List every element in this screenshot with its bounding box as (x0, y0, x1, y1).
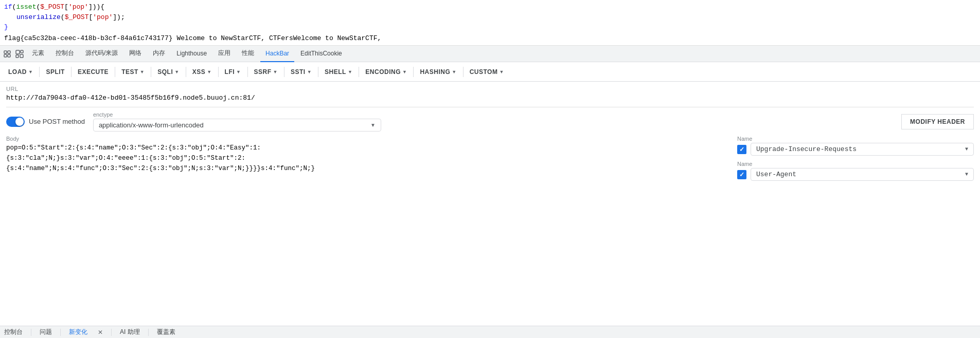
xss-caret: ▼ (207, 69, 211, 74)
split-button[interactable]: SPLIT (42, 66, 69, 78)
toggle-wrapper: Use POST method (6, 117, 85, 127)
divider-1 (6, 107, 974, 107)
shell-button[interactable]: SHELL ▼ (320, 66, 357, 78)
encoding-caret: ▼ (402, 69, 407, 74)
flag-line: flag{ca5c32ba-ceec-418b-b3cf-84a61c74317… (4, 33, 976, 44)
toolbar-sep-2 (71, 67, 72, 77)
toolbar-sep-8 (284, 67, 284, 77)
ssti-caret: ▼ (307, 69, 312, 74)
hackbar-toolbar: LOAD ▼ SPLIT EXECUTE TEST ▼ SQLI ▼ XSS ▼… (0, 62, 980, 82)
header-1-row: Upgrade-Insecure-Requests ▼ (737, 143, 974, 156)
hashing-button[interactable]: HASHING ▼ (416, 66, 460, 78)
body-text[interactable]: pop=O:5:"Start":2:{s:4:"name";O:3:"Sec":… (6, 143, 729, 174)
toolbar-sep-4 (151, 67, 151, 77)
headers-panel: Name Upgrade-Insecure-Requests ▼ Name Us… (737, 136, 974, 186)
header-1-select[interactable]: Upgrade-Insecure-Requests ▼ (751, 143, 974, 156)
post-method-label: Use POST method (29, 118, 85, 125)
toolbar-sep-11 (413, 67, 414, 77)
header-1-checkbox[interactable] (737, 145, 746, 154)
enctype-section: enctype application/x-www-form-urlencode… (93, 111, 381, 132)
toolbar-sep-1 (39, 67, 40, 77)
url-label: URL (6, 86, 974, 92)
body-label: Body (6, 136, 729, 142)
header-2-caret: ▼ (965, 172, 968, 177)
devtools-tab-bar: 元素 控制台 源代码/来源 网络 内存 Lighthouse 应用 性能 Hac… (0, 46, 980, 62)
header-1-caret: ▼ (965, 146, 968, 152)
body-section: Body pop=O:5:"Start":2:{s:4:"name";O:3:"… (6, 136, 974, 186)
cursor-icon[interactable] (2, 49, 12, 59)
custom-button[interactable]: CUSTOM ▼ (466, 66, 508, 78)
enctype-label: enctype (93, 111, 381, 118)
tab-performance[interactable]: 性能 (237, 46, 259, 62)
header-2-label: Name (737, 161, 974, 167)
header-item-1: Name Upgrade-Insecure-Requests ▼ (737, 136, 974, 156)
execute-button[interactable]: EXECUTE (74, 66, 113, 78)
code-line-1: if(isset($_POST['pop'])){ (4, 2, 976, 12)
ssti-button[interactable]: SSTI ▼ (287, 66, 316, 78)
toolbar-sep-12 (463, 67, 464, 77)
header-1-value: Upgrade-Insecure-Requests (756, 145, 857, 153)
header-1-label: Name (737, 136, 974, 142)
sqli-caret: ▼ (174, 69, 179, 74)
lfi-caret: ▼ (236, 69, 241, 74)
test-caret: ▼ (140, 69, 145, 74)
code-line-3: } (4, 22, 976, 32)
tab-memory[interactable]: 内存 (148, 46, 170, 62)
svg-rect-2 (4, 54, 7, 57)
custom-caret: ▼ (499, 69, 504, 74)
encoding-button[interactable]: ENCODING ▼ (361, 66, 411, 78)
post-method-toggle[interactable] (6, 117, 25, 127)
toolbar-sep-9 (318, 67, 318, 77)
svg-rect-7 (20, 54, 23, 58)
svg-rect-4 (16, 50, 20, 54)
svg-rect-6 (16, 55, 19, 58)
svg-rect-5 (21, 50, 23, 53)
load-caret: ▼ (28, 69, 33, 74)
code-line-2: unserialize($_POST['pop']); (16, 12, 976, 23)
shell-caret: ▼ (348, 69, 352, 74)
header-2-checkbox[interactable] (737, 170, 746, 179)
toolbar-sep-10 (359, 67, 359, 77)
url-section: URL http://7da79043-dfa0-412e-bd01-35485… (6, 86, 974, 103)
header-2-row: User-Agent ▼ (737, 168, 974, 181)
tab-sources[interactable]: 源代码/来源 (80, 46, 123, 62)
load-button[interactable]: LOAD ▼ (4, 66, 37, 78)
header-2-value: User-Agent (756, 171, 796, 178)
sqli-button[interactable]: SQLI ▼ (153, 66, 183, 78)
toolbar-sep-3 (115, 67, 115, 77)
toolbar-sep-6 (218, 67, 219, 77)
tab-network[interactable]: 网络 (124, 46, 147, 62)
post-row: Use POST method enctype application/x-ww… (6, 111, 974, 132)
svg-rect-1 (8, 51, 10, 53)
modify-header-button[interactable]: MODIFY HEADER (901, 114, 974, 129)
ssrf-caret: ▼ (273, 69, 278, 74)
tab-hackbar[interactable]: HackBar (260, 46, 294, 62)
hashing-caret: ▼ (452, 69, 456, 74)
ssrf-button[interactable]: SSRF ▼ (250, 66, 282, 78)
inspect-icon[interactable] (14, 49, 25, 59)
header-2-select[interactable]: User-Agent ▼ (751, 168, 974, 181)
enctype-caret: ▼ (370, 122, 376, 128)
main-area: URL http://7da79043-dfa0-412e-bd01-35485… (0, 82, 980, 190)
test-button[interactable]: TEST ▼ (117, 66, 149, 78)
lfi-button[interactable]: LFI ▼ (221, 66, 245, 78)
svg-rect-3 (8, 54, 10, 57)
tab-lighthouse[interactable]: Lighthouse (171, 46, 212, 62)
header-item-2: Name User-Agent ▼ (737, 161, 974, 181)
tab-console[interactable]: 控制台 (50, 46, 79, 62)
toolbar-sep-7 (247, 67, 248, 77)
url-value[interactable]: http://7da79043-dfa0-412e-bd01-35485f5b1… (6, 93, 974, 103)
xss-button[interactable]: XSS ▼ (188, 66, 216, 78)
enctype-select[interactable]: application/x-www-form-urlencoded ▼ (93, 119, 381, 132)
toggle-thumb (15, 118, 24, 126)
tab-editthiscookie[interactable]: EditThisCookie (295, 46, 347, 62)
code-area: if(isset($_POST['pop'])){ unserialize($_… (0, 0, 980, 46)
tab-application[interactable]: 应用 (213, 46, 236, 62)
svg-rect-0 (4, 51, 7, 53)
toolbar-sep-5 (186, 67, 186, 77)
body-left: Body pop=O:5:"Start":2:{s:4:"name";O:3:"… (6, 136, 729, 186)
tab-elements[interactable]: 元素 (27, 46, 49, 62)
